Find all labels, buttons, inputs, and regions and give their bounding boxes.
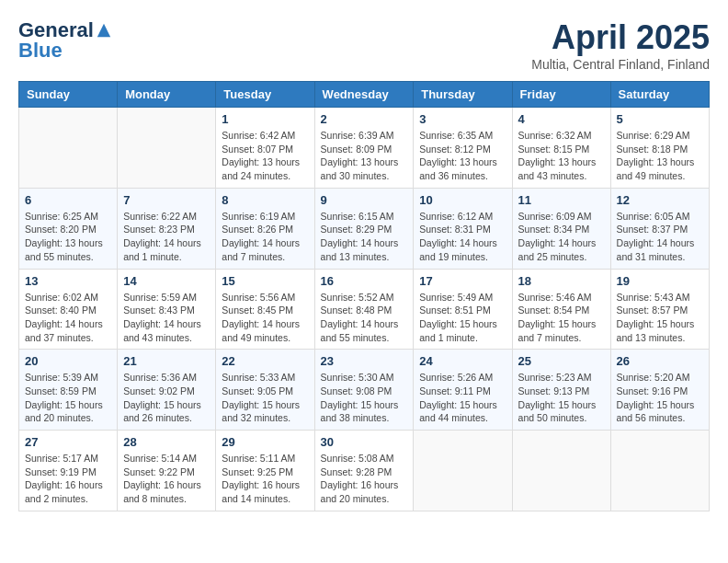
- month-title: April 2025: [531, 18, 710, 57]
- calendar-cell: 19Sunrise: 5:43 AM Sunset: 8:57 PM Dayli…: [610, 269, 709, 350]
- day-info: Sunrise: 5:23 AM Sunset: 9:13 PM Dayligh…: [518, 371, 605, 425]
- calendar-table: SundayMondayTuesdayWednesdayThursdayFrid…: [18, 81, 710, 511]
- day-info: Sunrise: 6:42 AM Sunset: 8:07 PM Dayligh…: [222, 129, 308, 183]
- day-number: 2: [321, 112, 408, 126]
- day-info: Sunrise: 5:43 AM Sunset: 8:57 PM Dayligh…: [617, 291, 703, 345]
- weekday-header: Tuesday: [216, 82, 314, 108]
- day-info: Sunrise: 6:19 AM Sunset: 8:26 PM Dayligh…: [222, 210, 308, 264]
- day-number: 16: [321, 274, 408, 288]
- day-info: Sunrise: 5:11 AM Sunset: 9:25 PM Dayligh…: [222, 452, 308, 506]
- day-info: Sunrise: 6:12 AM Sunset: 8:31 PM Dayligh…: [419, 210, 506, 264]
- day-number: 22: [222, 354, 308, 368]
- svg-marker-0: [97, 24, 110, 37]
- calendar-week-row: 6Sunrise: 6:25 AM Sunset: 8:20 PM Daylig…: [19, 188, 710, 269]
- day-info: Sunrise: 6:09 AM Sunset: 8:34 PM Dayligh…: [518, 210, 605, 264]
- calendar-week-row: 13Sunrise: 6:02 AM Sunset: 8:40 PM Dayli…: [19, 269, 710, 350]
- day-info: Sunrise: 6:05 AM Sunset: 8:37 PM Dayligh…: [617, 210, 703, 264]
- calendar-cell: 9Sunrise: 6:15 AM Sunset: 8:29 PM Daylig…: [314, 188, 414, 269]
- day-number: 26: [617, 354, 703, 368]
- day-info: Sunrise: 6:25 AM Sunset: 8:20 PM Dayligh…: [25, 210, 111, 264]
- calendar-cell: [118, 108, 216, 189]
- calendar-cell: 2Sunrise: 6:39 AM Sunset: 8:09 PM Daylig…: [314, 108, 414, 189]
- calendar-cell: 17Sunrise: 5:49 AM Sunset: 8:51 PM Dayli…: [414, 269, 512, 350]
- day-info: Sunrise: 5:49 AM Sunset: 8:51 PM Dayligh…: [419, 291, 506, 345]
- day-number: 15: [222, 274, 308, 288]
- calendar-cell: [19, 108, 118, 189]
- day-number: 10: [419, 193, 506, 207]
- calendar-cell: 30Sunrise: 5:08 AM Sunset: 9:28 PM Dayli…: [314, 431, 414, 511]
- weekday-header: Saturday: [610, 82, 709, 108]
- day-info: Sunrise: 5:08 AM Sunset: 9:28 PM Dayligh…: [321, 452, 408, 506]
- calendar-cell: 26Sunrise: 5:20 AM Sunset: 9:16 PM Dayli…: [610, 350, 709, 431]
- weekday-header: Friday: [512, 82, 610, 108]
- calendar-cell: 18Sunrise: 5:46 AM Sunset: 8:54 PM Dayli…: [512, 269, 610, 350]
- day-info: Sunrise: 5:56 AM Sunset: 8:45 PM Dayligh…: [222, 291, 308, 345]
- day-number: 20: [25, 354, 111, 368]
- day-info: Sunrise: 5:46 AM Sunset: 8:54 PM Dayligh…: [518, 291, 605, 345]
- day-number: 25: [518, 354, 605, 368]
- calendar-cell: 11Sunrise: 6:09 AM Sunset: 8:34 PM Dayli…: [512, 188, 610, 269]
- day-info: Sunrise: 6:02 AM Sunset: 8:40 PM Dayligh…: [25, 291, 111, 345]
- logo-icon: [96, 22, 112, 39]
- calendar-cell: 23Sunrise: 5:30 AM Sunset: 9:08 PM Dayli…: [314, 350, 414, 431]
- calendar-cell: 13Sunrise: 6:02 AM Sunset: 8:40 PM Dayli…: [19, 269, 118, 350]
- calendar-cell: 20Sunrise: 5:39 AM Sunset: 8:59 PM Dayli…: [19, 350, 118, 431]
- calendar-cell: 24Sunrise: 5:26 AM Sunset: 9:11 PM Dayli…: [414, 350, 512, 431]
- day-number: 18: [518, 274, 605, 288]
- calendar-cell: 28Sunrise: 5:14 AM Sunset: 9:22 PM Dayli…: [118, 431, 216, 511]
- day-info: Sunrise: 5:33 AM Sunset: 9:05 PM Dayligh…: [222, 371, 308, 425]
- calendar-cell: 3Sunrise: 6:35 AM Sunset: 8:12 PM Daylig…: [414, 108, 512, 189]
- day-number: 5: [617, 112, 703, 126]
- calendar-cell: 27Sunrise: 5:17 AM Sunset: 9:19 PM Dayli…: [19, 431, 118, 511]
- day-info: Sunrise: 5:14 AM Sunset: 9:22 PM Dayligh…: [123, 452, 210, 506]
- day-info: Sunrise: 6:39 AM Sunset: 8:09 PM Dayligh…: [321, 129, 408, 183]
- day-number: 1: [222, 112, 308, 126]
- calendar-cell: 21Sunrise: 5:36 AM Sunset: 9:02 PM Dayli…: [118, 350, 216, 431]
- day-number: 14: [123, 274, 210, 288]
- calendar-cell: 25Sunrise: 5:23 AM Sunset: 9:13 PM Dayli…: [512, 350, 610, 431]
- calendar-cell: 10Sunrise: 6:12 AM Sunset: 8:31 PM Dayli…: [414, 188, 512, 269]
- day-number: 9: [321, 193, 408, 207]
- day-info: Sunrise: 5:36 AM Sunset: 9:02 PM Dayligh…: [123, 371, 210, 425]
- logo: General Blue: [18, 18, 112, 63]
- calendar-cell: 16Sunrise: 5:52 AM Sunset: 8:48 PM Dayli…: [314, 269, 414, 350]
- day-number: 29: [222, 435, 308, 449]
- logo-blue: Blue: [18, 39, 63, 63]
- calendar-cell: 5Sunrise: 6:29 AM Sunset: 8:18 PM Daylig…: [610, 108, 709, 189]
- day-number: 3: [419, 112, 506, 126]
- day-number: 13: [25, 274, 111, 288]
- day-info: Sunrise: 5:52 AM Sunset: 8:48 PM Dayligh…: [321, 291, 408, 345]
- day-info: Sunrise: 6:35 AM Sunset: 8:12 PM Dayligh…: [419, 129, 506, 183]
- title-block: April 2025 Multia, Central Finland, Finl…: [531, 18, 710, 72]
- day-info: Sunrise: 5:20 AM Sunset: 9:16 PM Dayligh…: [617, 371, 703, 425]
- day-number: 23: [321, 354, 408, 368]
- calendar-cell: 22Sunrise: 5:33 AM Sunset: 9:05 PM Dayli…: [216, 350, 314, 431]
- calendar-cell: 29Sunrise: 5:11 AM Sunset: 9:25 PM Dayli…: [216, 431, 314, 511]
- calendar-header-row: SundayMondayTuesdayWednesdayThursdayFrid…: [19, 82, 710, 108]
- weekday-header: Monday: [118, 82, 216, 108]
- calendar-cell: 4Sunrise: 6:32 AM Sunset: 8:15 PM Daylig…: [512, 108, 610, 189]
- day-info: Sunrise: 5:17 AM Sunset: 9:19 PM Dayligh…: [25, 452, 111, 506]
- day-number: 28: [123, 435, 210, 449]
- calendar-cell: [414, 431, 512, 511]
- day-number: 7: [123, 193, 210, 207]
- calendar-week-row: 1Sunrise: 6:42 AM Sunset: 8:07 PM Daylig…: [19, 108, 710, 189]
- day-number: 8: [222, 193, 308, 207]
- day-number: 24: [419, 354, 506, 368]
- day-info: Sunrise: 5:39 AM Sunset: 8:59 PM Dayligh…: [25, 371, 111, 425]
- day-number: 30: [321, 435, 408, 449]
- weekday-header: Thursday: [414, 82, 512, 108]
- calendar-cell: 15Sunrise: 5:56 AM Sunset: 8:45 PM Dayli…: [216, 269, 314, 350]
- calendar-cell: 7Sunrise: 6:22 AM Sunset: 8:23 PM Daylig…: [118, 188, 216, 269]
- weekday-header: Wednesday: [314, 82, 414, 108]
- calendar-week-row: 20Sunrise: 5:39 AM Sunset: 8:59 PM Dayli…: [19, 350, 710, 431]
- calendar-cell: [610, 431, 709, 511]
- day-info: Sunrise: 6:29 AM Sunset: 8:18 PM Dayligh…: [617, 129, 703, 183]
- location: Multia, Central Finland, Finland: [531, 57, 710, 72]
- calendar-week-row: 27Sunrise: 5:17 AM Sunset: 9:19 PM Dayli…: [19, 431, 710, 511]
- calendar-cell: 6Sunrise: 6:25 AM Sunset: 8:20 PM Daylig…: [19, 188, 118, 269]
- day-info: Sunrise: 5:26 AM Sunset: 9:11 PM Dayligh…: [419, 371, 506, 425]
- calendar-cell: 14Sunrise: 5:59 AM Sunset: 8:43 PM Dayli…: [118, 269, 216, 350]
- day-info: Sunrise: 6:15 AM Sunset: 8:29 PM Dayligh…: [321, 210, 408, 264]
- day-number: 19: [617, 274, 703, 288]
